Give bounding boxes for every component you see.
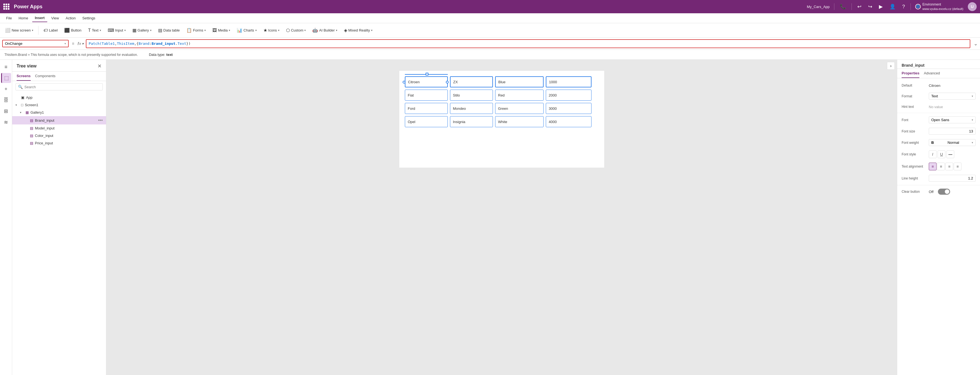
- align-center-button[interactable]: ≡: [937, 163, 945, 170]
- tree-item-app[interactable]: ▣ App: [12, 94, 106, 101]
- tree-close-button[interactable]: ✕: [97, 63, 102, 69]
- gallery-cell-brand-2[interactable]: Fiat: [405, 90, 448, 101]
- underline-button[interactable]: U: [938, 150, 945, 158]
- avatar[interactable]: U: [968, 2, 977, 11]
- formula-dropdown-value: OnChange: [5, 41, 22, 46]
- button-icon: ⬛: [64, 28, 70, 33]
- canvas-expand-button[interactable]: ›: [887, 62, 895, 70]
- align-right-button[interactable]: ≡: [945, 163, 953, 170]
- clear-button-toggle[interactable]: [938, 188, 950, 195]
- menu-action[interactable]: Action: [63, 14, 78, 22]
- header-right: My_Cars_App 📞 ↩ ↪ ▶ 👤 ? 🌐 Environment ww…: [807, 2, 977, 11]
- search-input[interactable]: [24, 85, 100, 89]
- menu-settings[interactable]: Settings: [80, 14, 98, 22]
- props-divider-2: [897, 185, 980, 185]
- formula-dropdown[interactable]: OnChange ▾: [2, 40, 69, 47]
- menu-home[interactable]: Home: [16, 14, 31, 22]
- tree-item-gallery1[interactable]: ▾ ▦ Gallery1: [12, 109, 106, 116]
- font-select[interactable]: Open Sans ▾: [929, 116, 975, 123]
- tree-item-brand-input[interactable]: ▤ Brand_input •••: [12, 116, 106, 125]
- variables-icon-button[interactable]: ≋: [1, 117, 11, 127]
- menu-file[interactable]: File: [3, 14, 15, 22]
- selection-left-handle[interactable]: [402, 81, 406, 84]
- ai-builder-button[interactable]: 🤖 AI Builder ▾: [310, 26, 340, 35]
- selection-top-handle[interactable]: [426, 73, 428, 76]
- custom-button[interactable]: ⬡ Custom ▾: [283, 26, 309, 35]
- gallery-cell-color-2[interactable]: Red: [495, 90, 544, 101]
- selection-right-handle[interactable]: [446, 81, 449, 84]
- text-icon: T: [88, 28, 91, 33]
- hamburger-menu-button[interactable]: ≡: [1, 62, 11, 72]
- gallery-cell-model-4[interactable]: Insignia: [450, 116, 493, 127]
- redo-icon[interactable]: ↪: [867, 3, 873, 11]
- font-size-label: Font size: [902, 130, 927, 133]
- layers-icon-button[interactable]: ⬚: [1, 73, 11, 83]
- gallery-cell-model-2[interactable]: Stilo: [450, 90, 493, 101]
- database-icon-button[interactable]: 🗄: [1, 95, 11, 105]
- ai-builder-caret: ▾: [336, 29, 337, 32]
- components-icon-button[interactable]: ⊞: [1, 106, 11, 116]
- gallery-cell-price-3[interactable]: 3000: [546, 103, 592, 114]
- gallery-cell-price-4[interactable]: 4000: [546, 116, 592, 127]
- gallery-cell-color-1[interactable]: Blue: [495, 76, 544, 87]
- warning-bar: ThisItem.Brand = This formula uses scope…: [0, 50, 980, 60]
- gallery-cell-brand-3[interactable]: Ford: [405, 103, 448, 114]
- tree-item-screen1[interactable]: ▾ □ Screen1: [12, 101, 106, 109]
- font-size-input[interactable]: 13: [929, 128, 975, 134]
- forms-button[interactable]: 📋 Forms ▾: [184, 26, 208, 35]
- tree-item-price-input[interactable]: ▤ Price_input: [12, 139, 106, 147]
- align-left-button[interactable]: ≡: [929, 163, 937, 170]
- play-icon[interactable]: ▶: [878, 3, 884, 11]
- tree-item-color-input[interactable]: ▤ Color_input: [12, 132, 106, 139]
- gallery-cell-price-1[interactable]: 1000: [546, 76, 592, 87]
- gallery-cell-color-4[interactable]: White: [495, 116, 544, 127]
- media-button[interactable]: 🖼 Media ▾: [210, 26, 233, 35]
- font-style-group: I U —: [929, 150, 975, 158]
- align-justify-button[interactable]: ≡: [954, 163, 961, 170]
- font-weight-select[interactable]: B Normal ▾: [929, 139, 975, 146]
- gallery-cell-brand-4[interactable]: Opel: [405, 116, 448, 127]
- gallery-cell-model-1[interactable]: ZX: [450, 76, 493, 87]
- tab-properties[interactable]: Properties: [902, 71, 920, 78]
- gallery-cell-color-3[interactable]: Green: [495, 103, 544, 114]
- help-icon[interactable]: ?: [901, 3, 906, 11]
- gallery-data-row-1: Citroen ZX Blue 1000: [405, 76, 599, 87]
- globe-icon: 🌐: [915, 4, 921, 9]
- tab-advanced[interactable]: Advanced: [924, 71, 940, 78]
- tab-screens[interactable]: Screens: [17, 74, 31, 81]
- text-button[interactable]: T Text ▾: [85, 26, 104, 35]
- line-height-input[interactable]: 1.2: [929, 175, 975, 182]
- strikethrough-button[interactable]: —: [947, 150, 954, 158]
- gallery-button[interactable]: ▦ Gallery ▾: [130, 26, 154, 35]
- label-button[interactable]: 🏷 Label: [41, 26, 60, 35]
- gallery-cell-brand-1[interactable]: Citroen: [405, 76, 448, 87]
- gallery-container: Citroen ZX Blue 1000 Fiat Stilo Red 2000: [399, 71, 604, 133]
- icons-button[interactable]: ★ Icons ▾: [261, 26, 282, 35]
- props-row-format: Format Text ▾: [897, 90, 980, 102]
- format-select[interactable]: Text ▾: [929, 93, 975, 100]
- tree-search-box[interactable]: 🔍: [16, 83, 103, 90]
- input-button[interactable]: ⌨ Input ▾: [105, 26, 129, 35]
- user-icon[interactable]: 👤: [888, 3, 897, 11]
- menu-view[interactable]: View: [48, 14, 62, 22]
- clear-button-off-label: Off: [929, 190, 934, 194]
- formula-input[interactable]: Patch(Table1,ThisItem,{Brand:Brand_input…: [86, 39, 970, 48]
- formula-expand-chevron[interactable]: ⌄: [974, 41, 978, 47]
- new-screen-button[interactable]: ⬜ New screen ▾: [2, 26, 36, 35]
- phone-icon[interactable]: 📞: [839, 3, 847, 11]
- menu-insert[interactable]: Insert: [32, 14, 47, 22]
- data-table-button[interactable]: ▤ Data table: [155, 26, 183, 35]
- italic-button[interactable]: I: [929, 150, 937, 158]
- apps-grid-icon[interactable]: [3, 3, 10, 9]
- charts-button[interactable]: 📊 Charts ▾: [234, 26, 259, 35]
- button-button[interactable]: ⬛ Button: [62, 26, 84, 35]
- tree-item-model-input[interactable]: ▤ Model_input: [12, 125, 106, 132]
- formula-fx-button[interactable]: f x ▾: [78, 41, 84, 46]
- brand-input-more[interactable]: •••: [98, 118, 103, 123]
- gallery-cell-model-3[interactable]: Mondeo: [450, 103, 493, 114]
- mixed-reality-button[interactable]: ◈ Mixed Reality ▾: [341, 26, 375, 35]
- undo-icon[interactable]: ↩: [856, 3, 862, 11]
- plus-icon-button[interactable]: +: [1, 84, 11, 94]
- gallery-cell-price-2[interactable]: 2000: [546, 90, 592, 101]
- tab-components[interactable]: Components: [35, 74, 56, 81]
